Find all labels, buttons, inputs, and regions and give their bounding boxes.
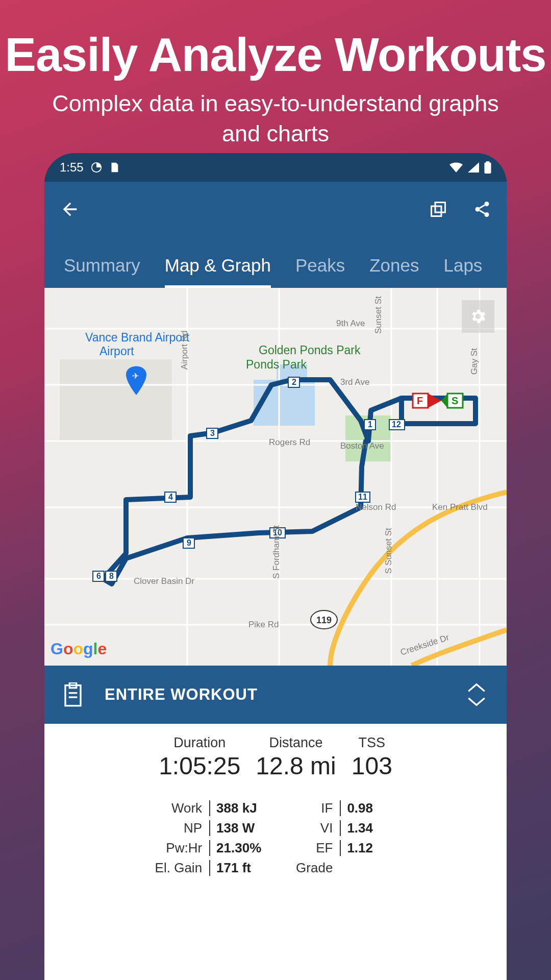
promo-subtitle: Complex data in easy-to-understand graph…: [31, 89, 520, 149]
section-title: ENTIRE WORKOUT: [105, 685, 258, 704]
svg-rect-1: [484, 162, 491, 174]
share-button[interactable]: [473, 200, 491, 218]
tab-map-graph[interactable]: Map & Graph: [153, 255, 283, 288]
metric-duration: Duration 1:05:25: [159, 735, 240, 780]
metric-tss: TSS 103: [352, 735, 392, 780]
svg-text:S: S: [452, 395, 458, 406]
waypoint-1: 1: [368, 420, 372, 429]
svg-rect-2: [486, 161, 490, 163]
svg-text:3rd Ave: 3rd Ave: [340, 377, 369, 387]
hwy-shield: 119: [311, 610, 337, 629]
google-logo: Google: [51, 640, 107, 658]
expand-toggle-icon[interactable]: [465, 681, 488, 708]
svg-text:Rogers Rd: Rogers Rd: [269, 437, 310, 447]
waypoint-6: 6: [96, 572, 101, 580]
svg-text:119: 119: [316, 615, 332, 625]
waypoint-4: 4: [168, 493, 173, 501]
svg-text:Airport Rd: Airport Rd: [180, 330, 189, 370]
svg-text:S Fordham St: S Fordham St: [271, 525, 281, 579]
tab-peaks[interactable]: Peaks: [283, 255, 357, 288]
waypoint-3: 3: [210, 429, 215, 437]
tab-laps[interactable]: Laps: [431, 255, 494, 288]
svg-rect-3: [435, 203, 445, 213]
promo-title: Easily Analyze Workouts: [5, 28, 546, 82]
battery-icon: [484, 161, 491, 174]
svg-text:Boston Ave: Boston Ave: [340, 441, 384, 451]
copy-button[interactable]: [429, 200, 447, 218]
svg-point-7: [485, 212, 489, 217]
svg-text:Ponds Park: Ponds Park: [246, 358, 307, 371]
tab-summary[interactable]: Summary: [52, 255, 153, 288]
svg-text:S Sunset St: S Sunset St: [384, 528, 393, 574]
waypoint-11: 11: [358, 493, 367, 501]
svg-text:Clover Basin Dr: Clover Basin Dr: [134, 576, 194, 586]
status-sd-icon: [109, 162, 119, 173]
svg-text:✈: ✈: [132, 372, 139, 380]
park-label: Golden Ponds Park: [259, 344, 361, 357]
svg-text:Nelson Rd: Nelson Rd: [356, 502, 396, 512]
svg-text:Airport: Airport: [99, 345, 134, 358]
gear-icon: [469, 307, 487, 326]
map-view[interactable]: 1 2 3 4 6 8 9 10 11 12 F S ✈: [44, 288, 507, 666]
tabs: Summary Map & Graph Peaks Zones Laps: [44, 237, 507, 288]
svg-text:Sunset St: Sunset St: [373, 296, 383, 334]
waypoint-2: 2: [292, 378, 296, 386]
metric-distance: Distance 12.8 mi: [256, 735, 336, 780]
status-bar: 1:55: [44, 153, 507, 182]
svg-text:Ken Pratt Blvd: Ken Pratt Blvd: [432, 502, 488, 512]
svg-text:Pike Rd: Pike Rd: [248, 620, 279, 629]
svg-point-6: [475, 207, 480, 212]
svg-text:F: F: [417, 395, 423, 406]
airport-label: Vance Brand Airport: [85, 331, 190, 344]
back-button[interactable]: [60, 199, 80, 219]
wifi-icon: [449, 162, 463, 173]
map-settings-button[interactable]: [462, 300, 494, 333]
waypoint-9: 9: [187, 538, 191, 547]
svg-text:Gay St: Gay St: [469, 348, 479, 375]
status-sync-icon: [91, 162, 102, 173]
metric-col-left: Work388 kJ NP138 W Pw:Hr21.30% El. Gain1…: [155, 800, 266, 876]
workout-section-bar[interactable]: ENTIRE WORKOUT: [44, 666, 507, 724]
status-time: 1:55: [60, 160, 84, 175]
metric-col-right: IF0.98 VI1.34 EF1.12 Grade: [296, 800, 396, 876]
app-bar: [44, 182, 507, 237]
airport-area: [60, 359, 172, 441]
metrics-panel: Duration 1:05:25 Distance 12.8 mi TSS 10…: [44, 724, 507, 980]
svg-rect-4: [432, 206, 442, 216]
clipboard-icon: [63, 682, 83, 707]
svg-point-5: [485, 202, 489, 206]
signal-icon: [468, 162, 479, 173]
waypoint-8: 8: [109, 572, 114, 580]
phone-frame: 1:55: [44, 153, 507, 980]
waypoint-12: 12: [392, 420, 401, 429]
svg-text:9th Ave: 9th Ave: [336, 318, 365, 328]
tab-zones[interactable]: Zones: [357, 255, 431, 288]
